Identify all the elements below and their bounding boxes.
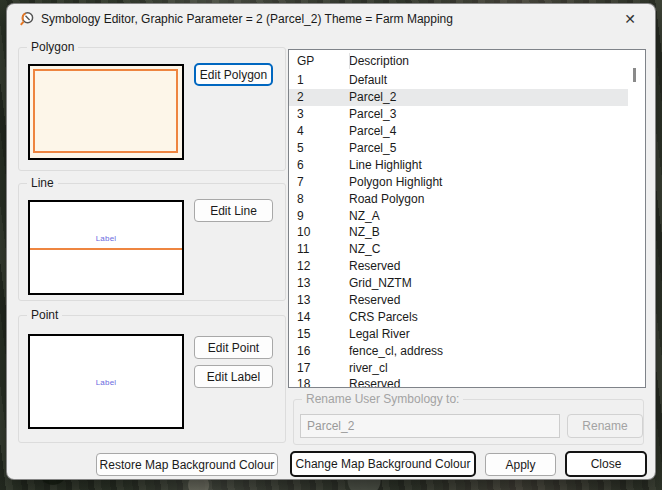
list-item[interactable]: 8Road Polygon	[289, 190, 628, 207]
polygon-group: Polygon Edit Polygon	[18, 47, 286, 171]
list-item-description: Polygon Highlight	[349, 175, 442, 189]
list-item-description: Parcel_2	[349, 90, 396, 104]
list-item-description: fence_cl, address	[349, 344, 443, 358]
list-item-description: Reserved	[349, 293, 400, 307]
rename-group: Rename User Symbology to: Rename	[293, 399, 644, 445]
list-item[interactable]: 13Grid_NZTM	[289, 275, 628, 292]
column-header-description[interactable]: Description	[349, 54, 409, 68]
list-item[interactable]: 7Polygon Highlight	[289, 173, 628, 190]
list-item-gp: 3	[289, 107, 349, 121]
list-item-description: Road Polygon	[349, 192, 424, 206]
list-item[interactable]: 2Parcel_2	[289, 89, 628, 106]
list-item[interactable]: 16fence_cl, address	[289, 342, 628, 359]
list-item-gp: 11	[289, 242, 349, 256]
line-group-label: Line	[27, 176, 58, 190]
restore-map-background-colour-button[interactable]: Restore Map Background Colour	[96, 453, 278, 476]
list-item[interactable]: 14CRS Parcels	[289, 308, 628, 325]
list-item[interactable]: 13Reserved	[289, 292, 628, 309]
titlebar[interactable]: Symbology Editor, Graphic Parameter = 2 …	[7, 4, 655, 34]
list-item[interactable]: 15Legal River	[289, 325, 628, 342]
list-item-gp: 16	[289, 344, 349, 358]
list-item-gp: 9	[289, 209, 349, 223]
list-item-gp: 15	[289, 327, 349, 341]
list-item-description: NZ_B	[349, 225, 380, 239]
rename-button[interactable]: Rename	[567, 414, 643, 438]
column-header-gp[interactable]: GP	[289, 54, 349, 68]
list-item-gp: 13	[289, 293, 349, 307]
polygon-group-label: Polygon	[27, 40, 78, 54]
list-item[interactable]: 12Reserved	[289, 258, 628, 275]
edit-label-button[interactable]: Edit Label	[194, 365, 273, 388]
line-preview: Label	[28, 200, 184, 295]
app-logo-icon	[19, 11, 35, 27]
list-item-gp: 8	[289, 192, 349, 206]
point-preview-label: Label	[30, 378, 182, 387]
list-item[interactable]: 18Reserved	[289, 376, 628, 387]
list-scrollbar[interactable]	[628, 50, 645, 387]
list-item-description: Grid_NZTM	[349, 276, 412, 290]
list-item-gp: 2	[289, 90, 349, 104]
gp-list-rows: 1Default2Parcel_23Parcel_34Parcel_45Parc…	[289, 72, 628, 387]
line-preview-stroke	[30, 248, 182, 250]
list-item-gp: 5	[289, 141, 349, 155]
column-divider	[349, 53, 350, 69]
list-item[interactable]: 9NZ_A	[289, 207, 628, 224]
list-item-gp: 17	[289, 361, 349, 375]
close-button[interactable]: Close	[565, 451, 647, 477]
list-item-gp: 12	[289, 259, 349, 273]
point-preview: Label	[28, 334, 184, 429]
edit-point-button[interactable]: Edit Point	[194, 336, 273, 359]
gp-listview[interactable]: GP Description 1Default2Parcel_23Parcel_…	[288, 49, 646, 388]
scrollbar-thumb[interactable]	[633, 68, 636, 82]
list-item-description: Default	[349, 73, 387, 87]
list-item[interactable]: 17river_cl	[289, 359, 628, 376]
list-item-gp: 6	[289, 158, 349, 172]
list-item-description: NZ_C	[349, 242, 380, 256]
list-item-description: Reserved	[349, 259, 400, 273]
line-preview-label: Label	[30, 234, 182, 243]
list-item-description: river_cl	[349, 361, 388, 375]
rename-group-label: Rename User Symbology to:	[302, 392, 463, 406]
list-item-description: Parcel_5	[349, 141, 396, 155]
list-item-gp: 10	[289, 225, 349, 239]
polygon-preview	[28, 64, 184, 160]
list-item-gp: 18	[289, 377, 349, 387]
list-item[interactable]: 3Parcel_3	[289, 106, 628, 123]
list-item[interactable]: 1Default	[289, 72, 628, 89]
list-item-description: Legal River	[349, 327, 410, 341]
list-item[interactable]: 10NZ_B	[289, 224, 628, 241]
list-item-description: Line Highlight	[349, 158, 422, 172]
list-item[interactable]: 4Parcel_4	[289, 123, 628, 140]
apply-button[interactable]: Apply	[485, 453, 556, 476]
polygon-preview-outline	[33, 69, 178, 153]
list-item-gp: 7	[289, 175, 349, 189]
list-item-gp: 14	[289, 310, 349, 324]
list-item-description: Reserved	[349, 377, 400, 387]
list-item-gp: 1	[289, 73, 349, 87]
point-group-label: Point	[27, 308, 62, 322]
list-item[interactable]: 5Parcel_5	[289, 140, 628, 157]
window-title: Symbology Editor, Graphic Parameter = 2 …	[41, 4, 453, 34]
list-item[interactable]: 11NZ_C	[289, 241, 628, 258]
rename-input[interactable]	[300, 414, 560, 438]
change-map-background-colour-button[interactable]: Change Map Background Colour	[290, 451, 476, 477]
close-icon[interactable]: ✕	[611, 4, 649, 34]
list-item[interactable]: 6Line Highlight	[289, 156, 628, 173]
edit-line-button[interactable]: Edit Line	[194, 199, 273, 222]
line-group: Line Label Edit Line	[18, 183, 286, 301]
list-item-gp: 13	[289, 276, 349, 290]
list-item-description: CRS Parcels	[349, 310, 418, 324]
list-item-gp: 4	[289, 124, 349, 138]
point-group: Point Label Edit Point Edit Label	[18, 315, 286, 443]
gp-list-header[interactable]: GP Description	[289, 50, 645, 71]
list-item-description: Parcel_4	[349, 124, 396, 138]
list-item-description: NZ_A	[349, 209, 380, 223]
symbology-editor-dialog: Symbology Editor, Graphic Parameter = 2 …	[6, 3, 656, 480]
edit-polygon-button[interactable]: Edit Polygon	[194, 63, 273, 86]
list-item-description: Parcel_3	[349, 107, 396, 121]
